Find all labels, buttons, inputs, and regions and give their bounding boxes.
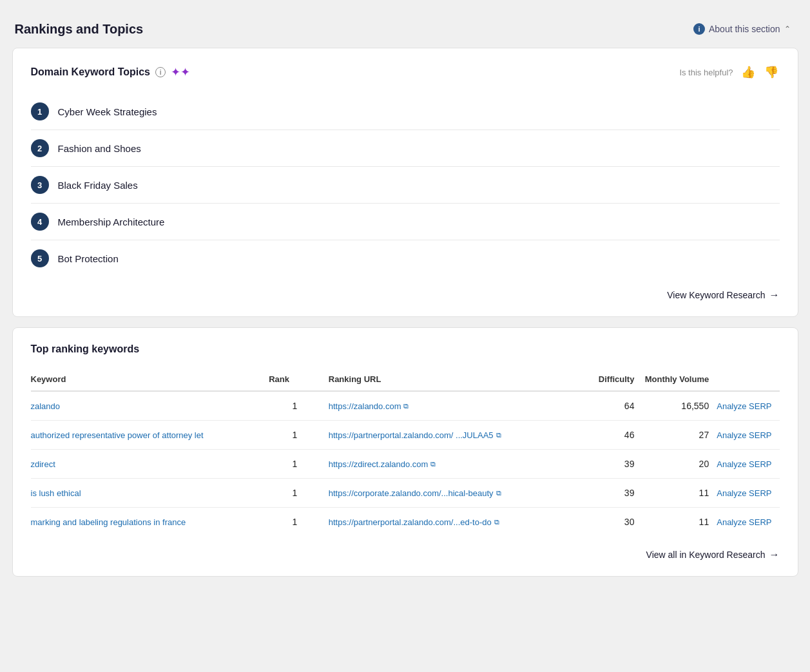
topic-label: Membership Architecture [58, 216, 165, 227]
topic-item: 3 Black Friday Sales [31, 167, 780, 204]
topics-section-title: Domain Keyword Topics [31, 66, 151, 78]
topics-info-icon[interactable]: i [155, 67, 166, 77]
topic-number: 5 [31, 249, 49, 267]
helpful-label: Is this helpful? [679, 68, 733, 77]
cell-volume: 11 [642, 479, 717, 508]
cell-url: https://partnerportal.zalando.com/ ...JU… [329, 421, 568, 450]
keyword-link[interactable]: authorized representative power of attor… [31, 430, 204, 440]
cell-difficulty: 39 [568, 479, 642, 508]
topics-section-header: Domain Keyword Topics i ✦✦ Is this helpf… [31, 64, 780, 81]
topic-number: 4 [31, 213, 49, 231]
table-row: marking and labeling regulations in fran… [31, 508, 780, 537]
url-link[interactable]: https://corporate.zalando.com/...hical-b… [329, 488, 501, 498]
topic-item: 2 Fashion and Shoes [31, 130, 780, 167]
cell-rank: 1 [269, 508, 329, 537]
cell-url: https://zalando.com ⧉ [329, 391, 568, 421]
analyze-serp-link[interactable]: Analyze SERP [717, 488, 771, 498]
cell-analyze: Analyze SERP [717, 391, 779, 421]
cell-url: https://corporate.zalando.com/...hical-b… [329, 479, 568, 508]
view-all-keywords-link[interactable]: View all in Keyword Research → [646, 549, 780, 561]
topic-number: 2 [31, 139, 49, 157]
external-link-icon: ⧉ [496, 431, 501, 439]
keywords-table: Keyword Rank Ranking URL Difficulty Mont… [31, 368, 780, 536]
view-keyword-research-row: View Keyword Research → [31, 289, 780, 301]
cell-url: https://partnerportal.zalando.com/...ed-… [329, 508, 568, 537]
view-all-keywords-label: View all in Keyword Research [646, 550, 766, 560]
col-header-rank: Rank [269, 368, 329, 391]
arrow-right-icon: → [769, 289, 780, 301]
table-header: Keyword Rank Ranking URL Difficulty Mont… [31, 368, 780, 391]
thumbs-up-button[interactable]: 👍 [740, 64, 757, 81]
cell-volume: 20 [642, 450, 717, 479]
helpful-group: Is this helpful? 👍 👎 [679, 64, 779, 81]
col-header-action [717, 368, 779, 391]
about-section-button[interactable]: i About this section ⌃ [688, 21, 796, 37]
external-link-icon: ⧉ [403, 402, 409, 410]
cell-keyword: authorized representative power of attor… [31, 421, 269, 450]
view-keyword-research-link[interactable]: View Keyword Research → [667, 289, 779, 301]
cell-keyword: marking and labeling regulations in fran… [31, 508, 269, 537]
thumbs-down-button[interactable]: 👎 [763, 64, 780, 81]
cell-rank: 1 [269, 421, 329, 450]
page-title: Rankings and Topics [15, 22, 144, 37]
cell-rank: 1 [269, 450, 329, 479]
top-ranking-keywords-card: Top ranking keywords Keyword Rank Rankin… [12, 327, 798, 577]
cell-keyword: is lush ethical [31, 479, 269, 508]
view-keyword-research-label: View Keyword Research [667, 290, 765, 300]
topic-item: 5 Bot Protection [31, 240, 780, 276]
cell-keyword: zdirect [31, 450, 269, 479]
table-row: is lush ethical 1 https://corporate.zala… [31, 479, 780, 508]
cell-url: https://zdirect.zalando.com ⧉ [329, 450, 568, 479]
arrow-right-icon-2: → [769, 549, 780, 561]
domain-keyword-topics-card: Domain Keyword Topics i ✦✦ Is this helpf… [12, 48, 798, 317]
keyword-link[interactable]: zdirect [31, 459, 55, 469]
col-header-url: Ranking URL [329, 368, 568, 391]
keywords-table-body: zalando 1 https://zalando.com ⧉ 64 16,55… [31, 391, 780, 536]
url-link[interactable]: https://zdirect.zalando.com ⧉ [329, 459, 436, 469]
cell-volume: 16,550 [642, 391, 717, 421]
topic-label: Black Friday Sales [58, 180, 138, 191]
url-link[interactable]: https://partnerportal.zalando.com/ ...JU… [329, 430, 501, 440]
cell-keyword: zalando [31, 391, 269, 421]
external-link-icon: ⧉ [430, 460, 436, 468]
top-keywords-title: Top ranking keywords [31, 343, 780, 355]
keyword-link[interactable]: zalando [31, 401, 61, 411]
cell-rank: 1 [269, 391, 329, 421]
cell-analyze: Analyze SERP [717, 450, 779, 479]
table-row: authorized representative power of attor… [31, 421, 780, 450]
about-section-label: About this section [709, 24, 780, 34]
keyword-link[interactable]: is lush ethical [31, 488, 81, 498]
analyze-serp-link[interactable]: Analyze SERP [717, 430, 771, 440]
external-link-icon: ⧉ [496, 489, 501, 497]
external-link-icon: ⧉ [494, 518, 499, 526]
analyze-serp-link[interactable]: Analyze SERP [717, 401, 771, 411]
topic-label: Cyber Week Strategies [58, 106, 157, 117]
table-row: zalando 1 https://zalando.com ⧉ 64 16,55… [31, 391, 780, 421]
ai-sparkle-icon[interactable]: ✦✦ [171, 65, 190, 79]
cell-difficulty: 64 [568, 391, 642, 421]
col-header-volume: Monthly Volume [642, 368, 717, 391]
analyze-serp-link[interactable]: Analyze SERP [717, 517, 771, 527]
col-header-difficulty: Difficulty [568, 368, 642, 391]
cell-analyze: Analyze SERP [717, 421, 779, 450]
topic-number: 3 [31, 176, 49, 194]
topic-label: Bot Protection [58, 253, 119, 264]
topic-item: 4 Membership Architecture [31, 204, 780, 240]
topic-item: 1 Cyber Week Strategies [31, 93, 780, 130]
table-row: zdirect 1 https://zdirect.zalando.com ⧉ … [31, 450, 780, 479]
chevron-up-icon: ⌃ [784, 24, 791, 34]
url-link[interactable]: https://partnerportal.zalando.com/...ed-… [329, 517, 499, 527]
keyword-link[interactable]: marking and labeling regulations in fran… [31, 517, 186, 527]
topic-label: Fashion and Shoes [58, 143, 141, 154]
cell-difficulty: 46 [568, 421, 642, 450]
cell-analyze: Analyze SERP [717, 479, 779, 508]
topics-title-group: Domain Keyword Topics i ✦✦ [31, 65, 191, 79]
topics-list: 1 Cyber Week Strategies 2 Fashion and Sh… [31, 93, 780, 276]
url-link[interactable]: https://zalando.com ⧉ [329, 401, 409, 411]
info-circle-icon: i [693, 23, 705, 35]
col-header-keyword: Keyword [31, 368, 269, 391]
analyze-serp-link[interactable]: Analyze SERP [717, 459, 771, 469]
cell-difficulty: 30 [568, 508, 642, 537]
cell-analyze: Analyze SERP [717, 508, 779, 537]
topic-number: 1 [31, 102, 49, 120]
